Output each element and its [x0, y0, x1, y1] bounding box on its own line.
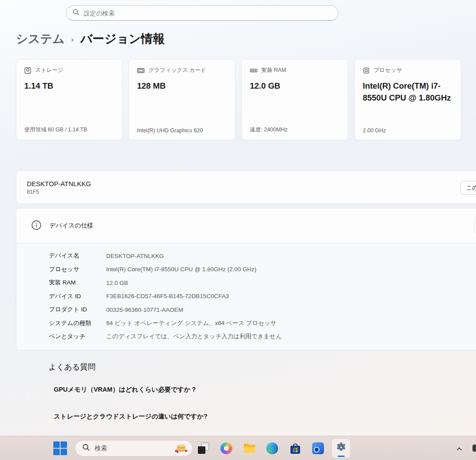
- hidden-tray-icon[interactable]: [472, 445, 476, 452]
- edge-button[interactable]: [266, 442, 279, 455]
- ram-card: 実装 RAM 12.0 GB 速度: 2400MHz: [242, 59, 348, 140]
- summary-cards: ストレージ 1.14 TB 使用領域 60 GB / 1.14 TB グラフィッ…: [16, 59, 461, 140]
- processor-card: プロセッサ Intel(R) Core(TM) i7-8550U CPU @ 1…: [354, 59, 461, 140]
- faq-title: よくある質問: [48, 362, 96, 372]
- windows-logo-icon: [53, 441, 67, 455]
- faq-question-storage[interactable]: ストレージとクラウドストレージの違いは何ですか?: [54, 412, 208, 421]
- card-label: 実装 RAM: [261, 67, 286, 74]
- search-icon: [82, 444, 90, 453]
- edge-icon: [266, 442, 278, 454]
- device-name-card: DESKTOP-ATNLKKG 81F5 このPCの名前を変更: [16, 171, 476, 204]
- spec-value: このディスプレイでは、ペン入力とタッチ入力は利用できません: [106, 333, 282, 340]
- pancakes-icon[interactable]: [174, 441, 189, 456]
- spec-label: デバイス ID: [49, 292, 106, 300]
- device-subtitle: 81F5: [27, 189, 476, 195]
- spec-row: デバイス名 DESKTOP-ATNLKKG: [16, 249, 476, 263]
- spec-row: 実装 RAM 12.0 GB: [16, 276, 476, 290]
- card-label: ストレージ: [35, 67, 63, 74]
- ram-caption: 速度: 2400MHz: [250, 126, 287, 134]
- spec-label: デバイス名: [49, 252, 106, 260]
- breadcrumb-separator-icon: ›: [71, 34, 74, 44]
- info-icon: [31, 220, 41, 232]
- processor-caption: 2.00 GHz: [363, 127, 386, 134]
- processor-value: Intel(R) Core(TM) i7-8550U CPU @ 1.80GHz: [363, 80, 453, 104]
- storage-card: ストレージ 1.14 TB 使用領域 60 GB / 1.14 TB: [16, 59, 123, 140]
- search-icon: [73, 9, 79, 17]
- task-view-icon: [197, 442, 210, 455]
- microsoft-store-button[interactable]: [289, 442, 301, 455]
- taskbar-search-box[interactable]: 検索: [75, 440, 193, 456]
- spec-value: 00325-96360-10771-AAOEM: [106, 307, 183, 313]
- expander-chevron-button[interactable]: [474, 218, 476, 233]
- file-explorer-icon: [243, 442, 256, 454]
- card-label: プロセッサ: [374, 67, 402, 74]
- task-view-button[interactable]: [197, 442, 210, 455]
- ram-icon: [250, 67, 257, 74]
- tray-chevron-up-button[interactable]: [456, 445, 462, 453]
- settings-search-input[interactable]: [84, 10, 332, 17]
- spec-value: 64 ビット オペレーティング システム、x64 ベース プロセッサ: [106, 319, 276, 327]
- spec-label: プロダクト ID: [49, 306, 106, 314]
- spec-row: システムの種類 64 ビット オペレーティング システム、x64 ベース プロセ…: [16, 317, 476, 330]
- spec-label: プロセッサ: [49, 266, 106, 273]
- copilot-button[interactable]: [220, 442, 233, 455]
- breadcrumb: システム › バージョン情報: [16, 31, 165, 47]
- outlook-icon: [312, 442, 324, 454]
- active-app-indicator: [338, 456, 345, 457]
- storage-caption: 使用領域 60 GB / 1.14 TB: [24, 126, 87, 134]
- file-explorer-button[interactable]: [243, 442, 256, 455]
- device-specs-header[interactable]: デバイスの仕様: [16, 209, 476, 243]
- faq-question-vram[interactable]: GPUメモリ（VRAM）はどれくらい必要ですか？: [54, 385, 197, 394]
- spec-value: F3EB1626-CD57-46F5-B145-72DB15C0CFA3: [106, 293, 229, 299]
- settings-gear-icon: [335, 441, 347, 456]
- start-button[interactable]: [53, 441, 67, 457]
- graphics-card: グラフィックス カード 128 MB Intel(R) UHD Graphics…: [129, 59, 235, 140]
- graphics-caption: Intel(R) UHD Graphics 620: [137, 127, 203, 134]
- graphics-value: 128 MB: [137, 80, 227, 92]
- taskbar: 検索: [0, 436, 476, 460]
- spec-row: デバイス ID F3EB1626-CD57-46F5-B145-72DB15C0…: [16, 290, 476, 303]
- spec-value: 12.0 GB: [106, 280, 128, 286]
- spec-value: DESKTOP-ATNLKKG: [106, 253, 164, 259]
- settings-search-box[interactable]: [66, 5, 338, 21]
- storage-icon: [24, 67, 31, 74]
- processor-icon: [363, 67, 370, 74]
- spec-label: 実装 RAM: [49, 279, 106, 287]
- spec-label: ペンとタッチ: [49, 333, 106, 340]
- spec-label: システムの種類: [49, 319, 106, 327]
- copilot-icon: [220, 442, 232, 454]
- microsoft-store-icon: [289, 442, 301, 455]
- storage-value: 1.14 TB: [24, 80, 114, 92]
- rename-pc-button[interactable]: このPCの名前を変更: [461, 181, 476, 194]
- card-label: グラフィックス カード: [149, 67, 206, 74]
- ram-value: 12.0 GB: [250, 80, 340, 92]
- spec-row: ペンとタッチ このディスプレイでは、ペン入力とタッチ入力は利用できません: [16, 330, 476, 344]
- spec-row: プロダクト ID 00325-96360-10771-AAOEM: [16, 303, 476, 317]
- spec-row: プロセッサ Intel(R) Core(TM) i7-8550U CPU @ 1…: [16, 263, 476, 277]
- graphics-icon: [137, 67, 145, 74]
- device-specs-expander: デバイスの仕様 デバイス名 DESKTOP-ATNLKKG プロセッサ Inte…: [16, 208, 476, 350]
- outlook-button[interactable]: [312, 442, 324, 455]
- breadcrumb-system[interactable]: システム: [16, 31, 65, 47]
- taskbar-search-label: 検索: [95, 445, 174, 453]
- chevron-up-icon: [456, 447, 462, 451]
- page-title: バージョン情報: [80, 31, 165, 47]
- device-specs-title: デバイスの仕様: [49, 222, 93, 230]
- settings-button[interactable]: [332, 439, 350, 458]
- device-specs-content: デバイス名 DESKTOP-ATNLKKG プロセッサ Intel(R) Cor…: [16, 243, 476, 350]
- device-name: DESKTOP-ATNLKKG: [27, 180, 476, 187]
- spec-value: Intel(R) Core(TM) i7-8550U CPU @ 1.80GHz…: [106, 266, 257, 273]
